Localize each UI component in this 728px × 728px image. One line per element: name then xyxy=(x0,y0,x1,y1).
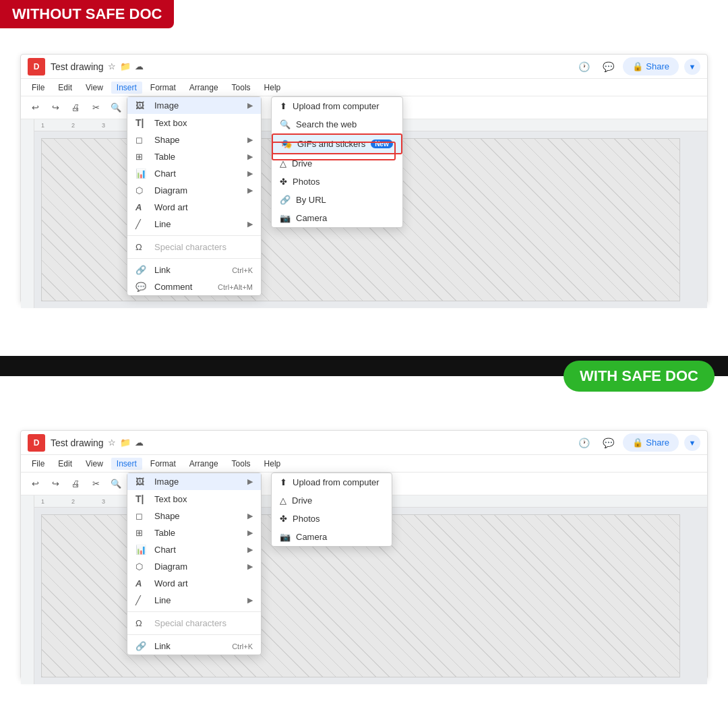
bottom-panel: D Test drawing ☆ 📁 ☁ 🕐 💬 🔒 Share ▼ File … xyxy=(20,430,708,679)
insert-image-bottom[interactable]: 🖼 Image ▶ xyxy=(127,473,261,490)
redo-btn-top[interactable]: ↪ xyxy=(47,99,64,117)
comment-icon-top: 💬 xyxy=(135,282,149,292)
menu-arrange-top[interactable]: Arrange xyxy=(184,82,224,94)
menu-edit-top[interactable]: Edit xyxy=(53,82,78,94)
photos-bottom[interactable]: ✤ Photos xyxy=(272,510,392,528)
camera-bottom[interactable]: 📷 Camera xyxy=(272,528,392,546)
menu-view-bottom[interactable]: View xyxy=(80,458,109,470)
star-icon-top[interactable]: ☆ xyxy=(108,61,116,71)
special-icon-top: Ω xyxy=(135,242,149,252)
star-icon-bottom[interactable]: ☆ xyxy=(108,437,116,448)
share-btn-bottom[interactable]: 🔒 Share xyxy=(623,433,679,452)
image-submenu-bottom: ⬆ Upload from computer △ Drive ✤ Photos … xyxy=(271,473,392,547)
insert-special-top: Ω Special characters xyxy=(127,239,261,255)
insert-image-top[interactable]: 🖼 Image ▶ xyxy=(127,97,261,114)
insert-line-bottom[interactable]: ╱ Line ▶ xyxy=(127,592,261,609)
photos-top[interactable]: ✤ Photos xyxy=(272,173,402,191)
menu-tools-top[interactable]: Tools xyxy=(226,82,256,94)
share-caret-top[interactable]: ▼ xyxy=(684,59,700,75)
menu-file-bottom[interactable]: File xyxy=(26,458,50,470)
menu-insert-top[interactable]: Insert xyxy=(111,82,142,94)
folder-icon-top[interactable]: 📁 xyxy=(120,61,131,71)
search-icon-top: 🔍 xyxy=(280,119,291,129)
menu-tools-bottom[interactable]: Tools xyxy=(226,458,256,470)
history-btn-top[interactable]: 🕐 xyxy=(574,57,593,76)
menu-format-bottom[interactable]: Format xyxy=(145,458,181,470)
comment-btn-bottom[interactable]: 💬 xyxy=(599,433,617,452)
cloud-icon-bottom[interactable]: ☁ xyxy=(135,437,144,448)
insert-diagram-bottom[interactable]: ⬡ Diagram ▶ xyxy=(127,558,261,575)
menu-file-top[interactable]: File xyxy=(26,82,50,94)
chart-icon-top: 📊 xyxy=(135,169,149,179)
menu-edit-bottom[interactable]: Edit xyxy=(53,458,78,470)
insert-wordart-bottom[interactable]: A Word art xyxy=(127,575,261,592)
insert-dropdown-top: 🖼 Image ▶ T| Text box ◻ Shape ▶ ⊞ Table … xyxy=(127,96,262,296)
insert-textbox-top[interactable]: T| Text box xyxy=(127,114,261,131)
insert-shape-bottom[interactable]: ◻ Shape ▶ xyxy=(127,508,261,524)
menu-arrange-bottom[interactable]: Arrange xyxy=(184,458,224,470)
line-icon-bottom: ╱ xyxy=(135,595,149,605)
divider1-top xyxy=(127,235,261,236)
menu-format-top[interactable]: Format xyxy=(145,82,181,94)
title-icons-top: ☆ 📁 ☁ xyxy=(108,61,144,71)
wordart-icon-top: A xyxy=(135,202,149,212)
insert-textbox-bottom[interactable]: T| Text box xyxy=(127,490,261,508)
upload-from-computer-bottom[interactable]: ⬆ Upload from computer xyxy=(272,473,392,491)
drive-bottom[interactable]: △ Drive xyxy=(272,491,392,510)
header-actions-bottom: 🕐 💬 🔒 Share ▼ xyxy=(574,433,700,452)
redo-btn-bottom[interactable]: ↪ xyxy=(47,475,64,493)
insert-dropdown-bottom: 🖼 Image ▶ T| Text box ◻ Shape ▶ ⊞ Table … xyxy=(127,473,262,655)
insert-link-top[interactable]: 🔗 Link Ctrl+K xyxy=(127,262,261,278)
image-icon-top: 🖼 xyxy=(135,100,149,111)
new-badge-top: New xyxy=(371,140,393,148)
insert-comment-top[interactable]: 💬 Comment Ctrl+Alt+M xyxy=(127,278,261,295)
drive-top[interactable]: △ Drive xyxy=(272,154,402,173)
menu-view-top[interactable]: View xyxy=(80,82,109,94)
undo-btn-bottom[interactable]: ↩ xyxy=(26,475,44,493)
insert-table-top[interactable]: ⊞ Table ▶ xyxy=(127,148,261,165)
ruler-left-bottom xyxy=(21,495,34,684)
textbox-icon-bottom: T| xyxy=(135,493,149,504)
comment-btn-top[interactable]: 💬 xyxy=(599,57,617,76)
camera-top[interactable]: 📷 Camera xyxy=(272,209,402,227)
folder-icon-bottom[interactable]: 📁 xyxy=(120,437,131,448)
top-banner: WITHOUT SAFE DOC xyxy=(0,0,174,28)
history-btn-bottom[interactable]: 🕐 xyxy=(574,433,593,452)
image-submenu-top: ⬆ Upload from computer 🔍 Search the web … xyxy=(271,96,403,228)
menu-help-bottom[interactable]: Help xyxy=(259,458,286,470)
drive-icon-bottom: △ xyxy=(280,495,286,506)
search-web-top[interactable]: 🔍 Search the web xyxy=(272,115,402,133)
share-caret-bottom[interactable]: ▼ xyxy=(684,435,700,451)
insert-chart-bottom[interactable]: 📊 Chart ▶ xyxy=(127,541,261,558)
insert-table-bottom[interactable]: ⊞ Table ▶ xyxy=(127,524,261,541)
upload-icon-bottom: ⬆ xyxy=(280,477,287,487)
zoom-btn-top[interactable]: 🔍 xyxy=(107,99,125,117)
special-icon-bottom: Ω xyxy=(135,618,149,628)
insert-wordart-top[interactable]: A Word art xyxy=(127,199,261,216)
insert-shape-top[interactable]: ◻ Shape ▶ xyxy=(127,131,261,148)
insert-special-bottom: Ω Special characters xyxy=(127,615,261,632)
upload-from-computer-top[interactable]: ⬆ Upload from computer xyxy=(272,97,402,115)
cloud-icon-top[interactable]: ☁ xyxy=(135,61,144,71)
camera-icon-top: 📷 xyxy=(280,213,291,223)
undo-btn-top[interactable]: ↩ xyxy=(26,99,44,117)
gifs-stickers-top[interactable]: 🎭 GIFs and stickers New xyxy=(272,133,402,154)
diagram-icon-top: ⬡ xyxy=(135,185,149,195)
zoom-btn-bottom[interactable]: 🔍 xyxy=(107,475,125,493)
share-btn-top[interactable]: 🔒 Share xyxy=(623,57,679,75)
link-icon-top: 🔗 xyxy=(135,265,149,275)
byurl-top[interactable]: 🔗 By URL xyxy=(272,191,402,209)
menu-help-top[interactable]: Help xyxy=(259,82,286,94)
print-btn-top[interactable]: 🖨 xyxy=(67,99,84,117)
insert-diagram-top[interactable]: ⬡ Diagram ▶ xyxy=(127,182,261,199)
insert-link-bottom[interactable]: 🔗 Link Ctrl+K xyxy=(127,638,261,655)
photos-icon-top: ✤ xyxy=(280,177,287,187)
insert-line-top[interactable]: ╱ Line ▶ xyxy=(127,216,261,233)
print-btn-bottom[interactable]: 🖨 xyxy=(67,475,84,493)
menu-insert-bottom[interactable]: Insert xyxy=(111,458,142,470)
insert-chart-top[interactable]: 📊 Chart ▶ xyxy=(127,165,261,182)
textbox-icon-top: T| xyxy=(135,117,149,128)
paint-btn-bottom[interactable]: ✂ xyxy=(87,475,104,493)
paint-btn-top[interactable]: ✂ xyxy=(87,99,104,117)
top-toolbar: D Test drawing ☆ 📁 ☁ 🕐 💬 🔒 Share ▼ xyxy=(21,55,707,79)
